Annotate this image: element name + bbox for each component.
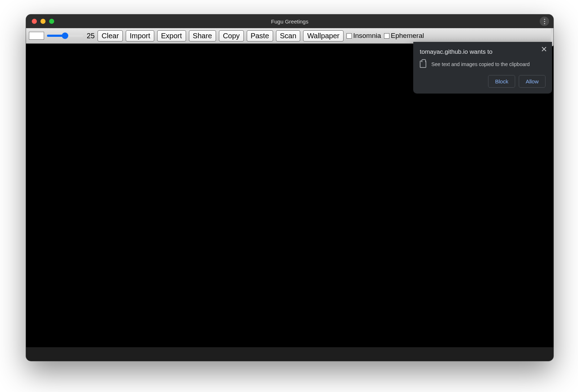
- ephemeral-label: Ephemeral: [391, 32, 424, 40]
- scan-button[interactable]: Scan: [276, 30, 301, 42]
- ephemeral-checkbox[interactable]: Ephemeral: [384, 32, 424, 40]
- permission-prompt: tomayac.github.io wants to See text and …: [413, 42, 552, 93]
- app-menu-button[interactable]: [540, 17, 549, 26]
- color-swatch[interactable]: [29, 32, 44, 40]
- permission-detail: See text and images copied to the clipbo…: [431, 61, 530, 67]
- close-window-button[interactable]: [32, 19, 37, 24]
- brush-size-value: 25: [87, 32, 95, 40]
- allow-button[interactable]: Allow: [519, 75, 545, 88]
- viewport: 25 Clear Import Export Share Copy Paste …: [26, 28, 553, 361]
- titlebar: Fugu Greetings: [26, 14, 553, 28]
- brush-size-slider[interactable]: [47, 32, 83, 40]
- permission-actions: Block Allow: [420, 75, 545, 88]
- share-button[interactable]: Share: [189, 30, 216, 42]
- import-button[interactable]: Import: [126, 30, 154, 42]
- window-title: Fugu Greetings: [271, 18, 308, 25]
- dots-icon: [544, 19, 545, 20]
- clipboard-icon: [420, 61, 426, 68]
- checkbox-icon: [346, 33, 352, 39]
- slider-thumb[interactable]: [62, 32, 68, 39]
- window-controls: [32, 14, 54, 28]
- fullscreen-window-button[interactable]: [49, 19, 54, 24]
- paste-button[interactable]: Paste: [247, 30, 273, 42]
- permission-title: tomayac.github.io wants to: [420, 48, 545, 56]
- checkbox-icon: [384, 33, 389, 39]
- insomnia-label: Insomnia: [353, 32, 381, 40]
- minimize-window-button[interactable]: [40, 19, 46, 24]
- stage: Fugu Greetings 25 Clear Import Export: [0, 0, 578, 392]
- block-button[interactable]: Block: [488, 75, 515, 88]
- insomnia-checkbox[interactable]: Insomnia: [346, 32, 381, 40]
- clear-button[interactable]: Clear: [98, 30, 123, 42]
- app-window: Fugu Greetings 25 Clear Import Export: [26, 14, 553, 361]
- close-icon[interactable]: [540, 45, 548, 53]
- toolbar: 25 Clear Import Export Share Copy Paste …: [26, 28, 553, 44]
- permission-origin: tomayac.github.io: [420, 48, 468, 55]
- export-button[interactable]: Export: [157, 30, 186, 42]
- wallpaper-button[interactable]: Wallpaper: [303, 30, 343, 42]
- copy-button[interactable]: Copy: [219, 30, 244, 42]
- permission-detail-row: See text and images copied to the clipbo…: [420, 61, 545, 68]
